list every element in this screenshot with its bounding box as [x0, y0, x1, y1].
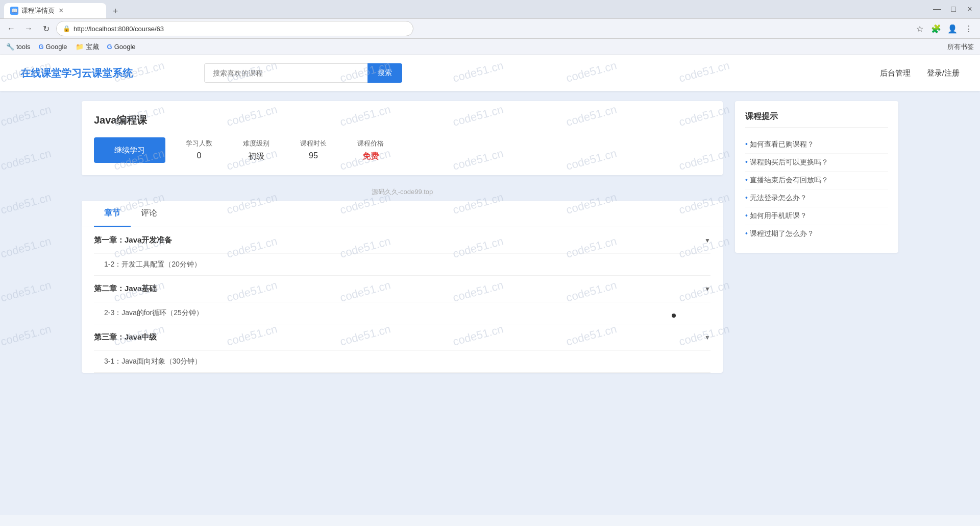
extensions-icon[interactable]: 🧩 [929, 21, 943, 36]
header-search: 搜索 [204, 63, 402, 83]
search-input[interactable] [204, 63, 368, 83]
main-container: Java编程课 继续学习 学习人数 0 难度级别 初级 课程时长 [0, 91, 980, 383]
tip-item-4[interactable]: 无法登录怎么办？ [745, 189, 888, 207]
admin-link[interactable]: 后台管理 [880, 68, 911, 78]
bookmarks-bar: 🔧 tools G Google 📁 宝藏 G Google 所有书签 [0, 39, 980, 55]
chapter-arrow-2: ▼ [704, 285, 710, 293]
chapter-arrow-3: ▼ [704, 334, 710, 341]
chapter-header-2[interactable]: 第二章：Java基础 ▼ [94, 276, 710, 302]
url-text: http://localhost:8080/course/63 [74, 25, 164, 33]
toolbar-actions: ☆ 🧩 👤 ⋮ [913, 21, 976, 36]
address-bar[interactable]: 🔒 http://localhost:8080/course/63 [56, 21, 413, 36]
tip-item-6[interactable]: 课程过期了怎么办？ [745, 225, 888, 243]
duration-value: 95 [300, 151, 327, 160]
course-meta: 继续学习 学习人数 0 难度级别 初级 课程时长 95 [94, 137, 710, 163]
course-title: Java编程课 [94, 113, 710, 127]
difficulty-value: 初级 [243, 151, 270, 162]
chapter-item-1: 第一章：Java开发准备 ▼ 1-2：开发工具配置（20分钟） [94, 227, 710, 276]
tab-close-button[interactable]: × [59, 7, 63, 15]
difficulty-label: 难度级别 [243, 139, 270, 148]
tips-title: 课程提示 [745, 111, 888, 128]
course-card: Java编程课 继续学习 学习人数 0 难度级别 初级 课程时长 [82, 101, 723, 175]
students-label: 学习人数 [186, 139, 212, 148]
chapter-title-2: 第二章：Java基础 [94, 284, 157, 294]
course-tabs: 章节 评论 [82, 201, 723, 227]
bookmark-google-1[interactable]: G Google [38, 43, 67, 51]
browser-titlebar: 📖 课程详情页 × + — □ × [0, 0, 980, 18]
browser-tabs: 📖 课程详情页 × + [4, 0, 931, 18]
tab-favicon: 📖 [10, 7, 18, 15]
tabs-list: 章节 评论 [94, 201, 710, 227]
search-button[interactable]: 搜索 [368, 63, 402, 83]
bookmark-label: Google [46, 43, 67, 51]
tab-comments[interactable]: 评论 [131, 201, 167, 227]
tip-item-5[interactable]: 如何用手机听课？ [745, 207, 888, 225]
profile-icon[interactable]: 👤 [945, 21, 960, 36]
price-value: 免费 [357, 151, 384, 162]
site-logo[interactable]: 在线课堂学习云课堂系统 [20, 66, 133, 80]
tips-list: 如何查看已购课程？ 课程购买后可以更换吗？ 直播结束后会有回放吗？ 无法登录怎么… [745, 136, 888, 243]
refresh-button[interactable]: ↻ [39, 21, 53, 36]
bookmark-google-2[interactable]: G Google [107, 43, 136, 51]
login-link[interactable]: 登录/注册 [927, 68, 960, 78]
chapter-item-2: 第二章：Java基础 ▼ 2-3：Java的for循环（25分钟） [94, 276, 710, 324]
tools-icon: 🔧 [6, 43, 14, 51]
page-wrapper: code51.cn code51.cn code51.cn code51.cn … [0, 55, 980, 515]
new-tab-button[interactable]: + [108, 4, 122, 18]
chapter-title-1: 第一章：Java开发准备 [94, 235, 172, 245]
tab-chapters[interactable]: 章节 [94, 201, 131, 227]
meta-difficulty: 难度级别 初级 [243, 139, 270, 162]
bookmark-label: 宝藏 [86, 42, 99, 52]
forward-button[interactable]: → [21, 21, 36, 36]
tab-title: 课程详情页 [21, 6, 55, 15]
meta-duration: 课程时长 95 [300, 139, 327, 162]
folder-icon: 📁 [76, 43, 84, 51]
bookmark-baozang[interactable]: 📁 宝藏 [76, 42, 99, 52]
chapter-arrow-1: ▼ [704, 237, 710, 244]
browser-chrome: 📖 课程详情页 × + — □ × ← → ↻ 🔒 http://localho… [0, 0, 980, 55]
chapter-title-3: 第三章：Java中级 [94, 332, 157, 342]
chapter-header-3[interactable]: 第三章：Java中级 ▼ [94, 324, 710, 350]
duration-label: 课程时长 [300, 139, 327, 148]
students-value: 0 [186, 151, 212, 160]
tips-card: 课程提示 如何查看已购课程？ 课程购买后可以更换吗？ 直播结束后会有回放吗？ 无… [735, 101, 898, 253]
maximize-button[interactable]: □ [947, 3, 960, 15]
tip-item-2[interactable]: 课程购买后可以更换吗？ [745, 154, 888, 172]
bookmark-tools[interactable]: 🔧 tools [6, 43, 30, 51]
close-button[interactable]: × [964, 3, 976, 15]
lesson-item-1-2[interactable]: 1-2：开发工具配置（20分钟） [94, 253, 710, 275]
header-nav: 后台管理 登录/注册 [880, 68, 960, 78]
chapter-header-1[interactable]: 第一章：Java开发准备 ▼ [94, 227, 710, 253]
site-header: 在线课堂学习云课堂系统 搜索 后台管理 登录/注册 [0, 55, 980, 91]
chapter-item-3: 第三章：Java中级 ▼ 3-1：Java面向对象（30分钟） [94, 324, 710, 373]
lesson-item-3-1[interactable]: 3-1：Java面向对象（30分钟） [94, 350, 710, 372]
meta-price: 课程价格 免费 [357, 139, 384, 162]
tip-item-1[interactable]: 如何查看已购课程？ [745, 136, 888, 154]
bookmark-star-icon[interactable]: ☆ [913, 21, 927, 36]
meta-students: 学习人数 0 [186, 139, 212, 162]
bookmark-label: Google [114, 43, 136, 51]
browser-toolbar: ← → ↻ 🔒 http://localhost:8080/course/63 … [0, 18, 980, 39]
content-left: Java编程课 继续学习 学习人数 0 难度级别 初级 课程时长 [82, 101, 723, 373]
tip-item-3[interactable]: 直播结束后会有回放吗？ [745, 172, 888, 189]
bookmark-label: tools [16, 43, 30, 51]
google-icon-1: G [38, 43, 43, 51]
all-bookmarks-link[interactable]: 所有书签 [947, 42, 974, 52]
menu-icon[interactable]: ⋮ [962, 21, 976, 36]
minimize-button[interactable]: — [931, 3, 943, 15]
continue-learning-button[interactable]: 继续学习 [94, 137, 165, 163]
browser-tab-active[interactable]: 📖 课程详情页 × [4, 3, 106, 18]
security-icon: 🔒 [63, 25, 70, 32]
meta-items: 学习人数 0 难度级别 初级 课程时长 95 课程价格 [186, 139, 384, 162]
price-label: 课程价格 [357, 139, 384, 148]
back-button[interactable]: ← [4, 21, 18, 36]
chapters-container: 第一章：Java开发准备 ▼ 1-2：开发工具配置（20分钟） 第二章：Java… [82, 227, 723, 373]
window-controls: — □ × [931, 3, 976, 15]
content-right: 课程提示 如何查看已购课程？ 课程购买后可以更换吗？ 直播结束后会有回放吗？ 无… [735, 101, 898, 373]
lesson-item-2-3[interactable]: 2-3：Java的for循环（25分钟） [94, 302, 710, 324]
content-watermark: 源码久久-code99.top [82, 183, 723, 201]
google-icon-2: G [107, 43, 112, 51]
